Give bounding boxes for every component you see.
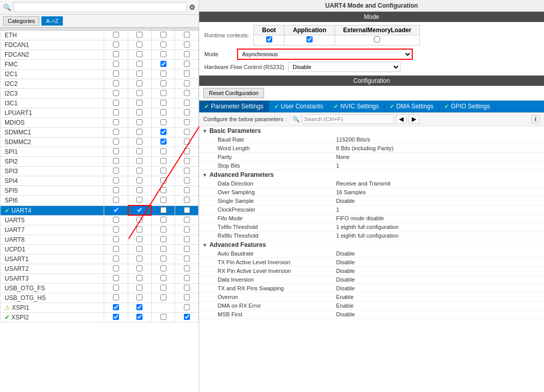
tab-dma-settings[interactable]: ✔DMA Settings [385,101,439,112]
table-row[interactable]: ⚠ XSPI1 [1,303,199,313]
row-c3-checkbox[interactable] [160,158,167,164]
table-row[interactable]: I3C1 [1,99,199,108]
row-c1-checkbox[interactable] [113,275,119,281]
row-c1-checkbox[interactable] [113,314,119,320]
nav-prev-button[interactable]: ◀ [396,114,407,124]
row-c4-checkbox[interactable] [184,217,190,223]
row-c3-checkbox[interactable] [160,51,167,57]
table-row[interactable]: UART5 [1,215,199,225]
row-c4-checkbox[interactable] [184,80,190,86]
row-c1-checkbox[interactable] [113,304,119,310]
section-header-advanced-features[interactable]: ▼Advanced Features [199,240,544,249]
row-c2-checkbox[interactable] [136,90,143,96]
row-c3-checkbox[interactable] [160,139,167,145]
row-c3-checkbox[interactable] [160,80,167,86]
row-c1-checkbox[interactable] [113,158,119,164]
row-c4-checkbox[interactable] [184,139,190,145]
table-row[interactable]: SPI1 [1,147,199,157]
row-c3-checkbox[interactable] [160,314,167,320]
row-c1-checkbox[interactable] [113,109,119,116]
row-c2-checkbox[interactable] [136,236,143,242]
row-c2-checkbox[interactable] [136,314,143,320]
az-button[interactable]: A->Z [41,16,63,26]
row-c2-checkbox[interactable] [136,226,143,233]
row-c1-checkbox[interactable] [113,148,119,154]
table-row[interactable]: SPI3 [1,167,199,176]
row-c2-checkbox[interactable] [136,197,143,203]
row-c4-checkbox[interactable] [184,71,190,77]
table-row[interactable]: I2C2 [1,79,199,89]
table-row[interactable]: UCPD1 [1,245,199,255]
table-row[interactable]: USART2 [1,264,199,274]
row-c1-checkbox[interactable] [113,51,119,57]
row-c3-checkbox[interactable] [160,187,167,193]
row-c2-checkbox[interactable] [136,294,143,301]
row-c3-checkbox[interactable] [160,148,167,154]
row-c1-checkbox[interactable] [113,139,119,145]
gear-icon[interactable]: ⚙ [189,3,196,11]
table-row[interactable]: USB_OTG_FS [1,284,199,293]
row-c2-checkbox[interactable] [136,148,143,154]
row-c1-checkbox[interactable] [113,246,119,252]
table-row[interactable]: FDCAN1 [1,40,199,50]
table-row[interactable]: SPI4 [1,176,199,186]
table-row[interactable]: USB_OTG_HS [1,293,199,303]
runtime-boot-checkbox[interactable] [266,36,272,42]
mode-select[interactable]: AsynchronousSynchronousSingle Wire (Half… [238,50,412,59]
row-c4-checkbox[interactable] [184,275,190,281]
row-c3-checkbox[interactable] [160,119,167,125]
row-c1-checkbox[interactable] [113,285,119,291]
runtime-app-checkbox[interactable] [306,36,313,42]
row-c3-checkbox[interactable] [160,236,167,242]
row-c3-checkbox[interactable] [160,217,167,223]
table-row[interactable]: UART7 [1,225,199,235]
table-row[interactable]: MDIOS [1,118,199,128]
row-c4-checkbox[interactable] [184,177,190,183]
row-c4-checkbox[interactable] [184,119,190,125]
row-c2-checkbox[interactable] [136,246,143,252]
row-c3-checkbox[interactable] [160,109,167,116]
row-c2-checkbox[interactable] [136,32,143,38]
table-row[interactable]: USART1 [1,255,199,264]
row-c4-checkbox[interactable] [184,314,190,320]
row-c2-checkbox[interactable] [136,168,143,174]
row-c1-checkbox[interactable] [113,226,119,233]
params-search-input[interactable] [302,114,394,124]
row-c2-checkbox[interactable] [136,265,143,271]
table-row[interactable]: USART3 [1,274,199,284]
row-c4-checkbox[interactable] [184,207,190,213]
row-c4-checkbox[interactable] [184,197,190,203]
row-c2-checkbox[interactable] [136,275,143,281]
row-c4-checkbox[interactable] [184,236,190,242]
search-input[interactable] [13,2,187,12]
row-c3-checkbox[interactable] [160,285,167,291]
row-c3-checkbox[interactable] [160,168,167,174]
row-c1-checkbox[interactable] [113,41,119,48]
row-c3-checkbox[interactable] [160,265,167,271]
row-c4-checkbox[interactable] [184,265,190,271]
row-c2-checkbox[interactable] [136,285,143,291]
row-c3-checkbox[interactable] [160,129,167,135]
row-c4-checkbox[interactable] [184,109,190,116]
row-c1-checkbox[interactable] [113,256,119,262]
row-c4-checkbox[interactable] [184,246,190,252]
row-c4-checkbox[interactable] [184,41,190,48]
row-c4-checkbox[interactable] [184,304,190,310]
row-c1-checkbox[interactable] [113,187,119,193]
row-c4-checkbox[interactable] [184,256,190,262]
tab-gpio-settings[interactable]: ✔GPIO Settings [439,101,496,112]
nav-next-button[interactable]: ▶ [409,114,419,124]
categories-button[interactable]: Categories [3,16,39,26]
row-c1-checkbox[interactable] [113,90,119,96]
row-c1-checkbox[interactable] [113,236,119,242]
table-row[interactable]: ✔ UART4 [1,205,199,215]
row-c4-checkbox[interactable] [184,100,190,106]
table-row[interactable]: SPI6 [1,196,199,206]
row-c3-checkbox[interactable] [160,61,167,67]
row-c4-checkbox[interactable] [184,129,190,135]
tab-parameter-settings[interactable]: ✔Parameter Settings [199,101,269,112]
row-c1-checkbox[interactable] [113,217,119,223]
runtime-ext-checkbox[interactable] [374,36,380,42]
table-row[interactable]: I2C3 [1,89,199,99]
row-c2-checkbox[interactable] [136,187,143,193]
